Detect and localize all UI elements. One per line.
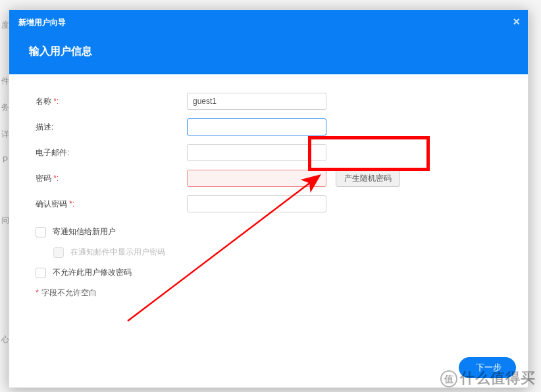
email-input[interactable] — [187, 144, 326, 161]
password-label: 密码 *: — [36, 173, 187, 184]
no-change-checkbox[interactable] — [36, 268, 46, 278]
password-input[interactable] — [187, 170, 326, 187]
modal-body: 名称 *: 描述: 电子邮件: 密码 *: 产生随机密码 确认密码 *: — [9, 74, 528, 349]
required-footnote: *字段不允许空白 — [36, 287, 502, 299]
name-input[interactable] — [187, 93, 326, 110]
next-button[interactable]: 下一步 — [459, 357, 516, 378]
modal-footer: 下一步 — [9, 349, 528, 387]
generate-password-button[interactable]: 产生随机密码 — [336, 170, 400, 187]
bg-text: P — [3, 155, 8, 164]
email-label: 电子邮件: — [36, 147, 187, 159]
desc-input[interactable] — [187, 118, 326, 135]
no-change-label: 不允许此用户修改密码 — [53, 267, 132, 278]
confirm-input[interactable] — [187, 195, 326, 212]
show-pw-label: 在通知邮件中显示用户密码 — [70, 247, 165, 258]
notify-checkbox[interactable] — [36, 227, 46, 237]
confirm-label: 确认密码 *: — [36, 199, 187, 210]
notify-label: 寄通知信给新用户 — [53, 226, 116, 237]
close-icon[interactable]: × — [513, 15, 520, 29]
desc-label: 描述: — [36, 122, 187, 133]
user-wizard-modal: 新增用户向导 × 输入用户信息 名称 *: 描述: 电子邮件: 密码 *: 产生… — [9, 9, 528, 388]
modal-subtitle: 输入用户信息 — [9, 36, 528, 74]
name-label: 名称 *: — [36, 96, 187, 107]
show-pw-checkbox — [53, 247, 64, 258]
modal-titlebar: 新增用户向导 × — [9, 10, 528, 36]
modal-title: 新增用户向导 — [18, 18, 66, 27]
